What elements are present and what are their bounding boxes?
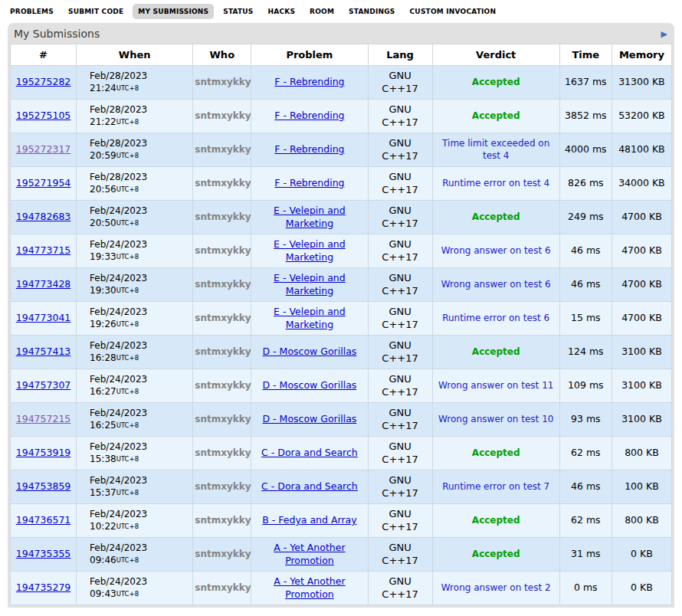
problem-link[interactable]: C - Dora and Search (261, 480, 358, 492)
user-link[interactable]: sntmxykky (195, 582, 251, 593)
lang-cell: GNU C++17 (368, 167, 432, 201)
time-cell: 62 ms (559, 437, 612, 470)
user-link[interactable]: sntmxykky (195, 549, 251, 559)
submission-id-link[interactable]: 195275105 (16, 110, 71, 121)
timezone-label: UTC+8 (116, 287, 139, 294)
problem-link[interactable]: E - Velepin and Marketing (274, 238, 346, 263)
problem-link[interactable]: E - Velepin and Marketing (274, 272, 346, 297)
verdict-text: Accepted (472, 110, 520, 121)
nav-tab-problems[interactable]: PROBLEMS (5, 4, 59, 19)
problem-cell: F - Rebrending (251, 167, 368, 201)
user-link[interactable]: sntmxykky (195, 77, 251, 87)
nav-tab-submit-code[interactable]: SUBMIT CODE (63, 4, 129, 19)
user-link[interactable]: sntmxykky (195, 380, 251, 391)
nav-tab-standings[interactable]: STANDINGS (343, 4, 400, 19)
submission-id-link[interactable]: 194757413 (16, 346, 71, 357)
user-link[interactable]: sntmxykky (195, 144, 251, 155)
problem-cell: F - Rebrending (251, 66, 368, 100)
submission-time: 20:56UTC+8 (90, 184, 139, 195)
submission-time: 20:59UTC+8 (90, 150, 139, 161)
problem-cell: D - Moscow Gorillas (251, 403, 368, 437)
id-cell: 195275105 (11, 100, 77, 133)
user-link[interactable]: sntmxykky (195, 178, 251, 188)
submission-id-link[interactable]: 194757215 (16, 413, 71, 424)
user-link[interactable]: sntmxykky (195, 245, 251, 256)
contest-nav: PROBLEMSSUBMIT CODEMY SUBMISSIONSSTATUSH… (0, 0, 682, 21)
verdict-cell: Runtime error on test 6 (432, 302, 559, 336)
problem-cell: A - Yet Another Promotion (251, 572, 368, 605)
user-link[interactable]: sntmxykky (195, 447, 251, 458)
expand-filter-arrow-icon[interactable]: ▶ (659, 30, 670, 38)
problem-link[interactable]: C - Dora and Search (261, 447, 358, 458)
submission-id-link[interactable]: 194753919 (16, 447, 71, 458)
timezone-label: UTC+8 (116, 590, 139, 598)
lang-cell: GNU C++17 (368, 403, 432, 437)
verdict-cell: Accepted (432, 100, 559, 133)
user-link[interactable]: sntmxykky (195, 414, 251, 424)
user-link[interactable]: sntmxykky (195, 515, 251, 526)
problem-link[interactable]: F - Rebrending (274, 177, 344, 188)
user-link[interactable]: sntmxykky (195, 110, 251, 121)
when-cell: Feb/24/202316:25UTC+8 (77, 403, 193, 437)
submission-id-link[interactable]: 195272317 (16, 143, 71, 155)
nav-tab-status[interactable]: STATUS (218, 4, 258, 19)
time-cell: 93 ms (559, 403, 612, 437)
submission-id-link[interactable]: 195271954 (16, 177, 71, 188)
user-link[interactable]: sntmxykky (195, 346, 251, 357)
user-link[interactable]: sntmxykky (195, 481, 251, 492)
when-cell: Feb/24/202316:27UTC+8 (77, 369, 193, 403)
submission-id-link[interactable]: 194735279 (16, 582, 71, 593)
lang-cell: GNU C++17 (368, 538, 432, 572)
verdict-cell: Wrong answer on test 2 (432, 572, 559, 605)
submission-date: Feb/24/2023 (90, 509, 188, 521)
user-link[interactable]: sntmxykky (195, 279, 251, 290)
problem-link[interactable]: D - Moscow Gorillas (263, 413, 357, 424)
submission-id-link[interactable]: 194735355 (16, 548, 71, 559)
problem-link[interactable]: D - Moscow Gorillas (263, 346, 357, 357)
problem-link[interactable]: F - Rebrending (274, 143, 344, 155)
problem-link[interactable]: D - Moscow Gorillas (263, 379, 357, 391)
nav-tab-hacks[interactable]: HACKS (263, 4, 301, 19)
verdict-cell: Accepted (432, 201, 559, 234)
submission-id-link[interactable]: 194773428 (16, 278, 71, 290)
submission-date: Feb/24/2023 (90, 374, 188, 386)
problem-cell: C - Dora and Search (251, 470, 368, 504)
nav-tab-custom-invocation[interactable]: CUSTOM INVOCATION (405, 4, 502, 19)
verdict-text: Runtime error on test 6 (442, 313, 549, 323)
submission-id-link[interactable]: 194757307 (16, 379, 71, 391)
submission-id-link[interactable]: 194773041 (16, 312, 71, 323)
problem-link[interactable]: A - Yet Another Promotion (274, 575, 345, 600)
problem-link[interactable]: F - Rebrending (274, 76, 344, 87)
id-cell: 194757307 (11, 369, 77, 403)
column-header-problem: Problem (251, 44, 368, 66)
problem-link[interactable]: B - Fedya and Array (262, 514, 356, 526)
submission-id-link[interactable]: 194736571 (16, 514, 71, 526)
problem-link[interactable]: E - Velepin and Marketing (274, 306, 346, 330)
submission-id-link[interactable]: 194773715 (16, 244, 71, 256)
memory-cell: 4700 KB (612, 302, 671, 336)
problem-link[interactable]: F - Rebrending (274, 110, 344, 121)
problem-link[interactable]: E - Velepin and Marketing (274, 205, 346, 229)
problem-cell: D - Moscow Gorillas (251, 369, 368, 403)
submission-id-link[interactable]: 194782683 (16, 211, 71, 222)
verdict-text: Accepted (472, 211, 520, 222)
submission-id-link[interactable]: 194753859 (16, 480, 71, 492)
user-link[interactable]: sntmxykky (195, 313, 251, 323)
submission-id-link[interactable]: 195275282 (16, 76, 71, 87)
who-cell: sntmxykky (193, 100, 251, 133)
problem-link[interactable]: A - Yet Another Promotion (274, 542, 345, 566)
submission-time: 21:22UTC+8 (90, 116, 139, 127)
panel-caption: My Submissions ▶ (10, 25, 672, 44)
verdict-cell: Wrong answer on test 6 (432, 268, 559, 302)
problem-cell: F - Rebrending (251, 100, 368, 133)
submission-time: 21:24UTC+8 (90, 83, 139, 93)
who-cell: sntmxykky (193, 234, 251, 268)
verdict-cell: Accepted (432, 437, 559, 470)
verdict-text: Accepted (472, 447, 520, 458)
nav-tab-room[interactable]: ROOM (304, 4, 339, 19)
nav-tab-my-submissions[interactable]: MY SUBMISSIONS (133, 4, 214, 19)
verdict-cell: Accepted (432, 538, 559, 572)
table-row: 194782683Feb/24/202320:50UTC+8sntmxykkyE… (11, 201, 672, 234)
submission-date: Feb/24/2023 (90, 340, 188, 352)
user-link[interactable]: sntmxykky (195, 211, 251, 222)
